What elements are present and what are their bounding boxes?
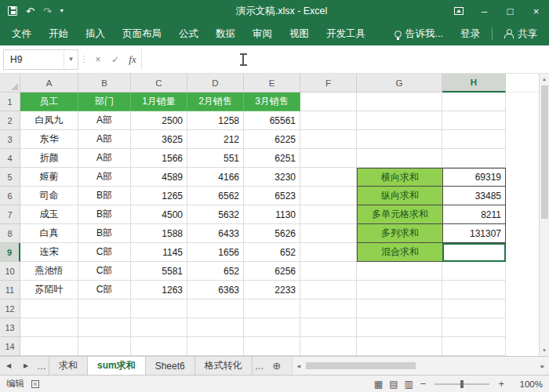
cell-C3[interactable]: 3625 <box>131 130 187 149</box>
ribbon-tab-9[interactable]: 开发工具 <box>318 22 374 45</box>
maximize-button[interactable]: □ <box>497 0 523 22</box>
cell-E12[interactable] <box>244 299 300 318</box>
cell-B7[interactable]: B部 <box>78 205 131 224</box>
sheet-tab-2[interactable]: sum求和 <box>88 357 146 375</box>
customize-qat-button[interactable]: ▾ <box>60 8 64 14</box>
sheet-more-left-button[interactable]: … <box>35 357 49 375</box>
ribbon-tab-7[interactable]: 审阅 <box>244 22 281 45</box>
cell-A9[interactable]: 连宋 <box>20 243 78 262</box>
horizontal-scrollbar[interactable]: ◀ ▶ <box>292 357 549 375</box>
formula-input[interactable] <box>141 49 549 70</box>
cell-H8[interactable]: 131307 <box>442 224 506 243</box>
cell-F2[interactable] <box>300 111 357 130</box>
cell-C7[interactable]: 4500 <box>131 205 187 224</box>
column-header-A[interactable]: A <box>20 74 78 93</box>
cell-H4[interactable] <box>442 149 506 168</box>
row-header-5[interactable]: 5 <box>0 168 20 187</box>
cell-C4[interactable]: 1566 <box>131 149 187 168</box>
row-header-3[interactable]: 3 <box>0 130 20 149</box>
row-header-2[interactable]: 2 <box>0 111 20 130</box>
cell-E10[interactable]: 6256 <box>244 262 300 281</box>
cell-F6[interactable] <box>300 187 357 205</box>
share-button[interactable]: 共享 <box>496 22 546 45</box>
row-header-7[interactable]: 7 <box>0 205 20 224</box>
ribbon-tab-2[interactable]: 开始 <box>40 22 77 45</box>
cell-A8[interactable]: 白真 <box>20 224 78 243</box>
row-header-4[interactable]: 4 <box>0 149 20 168</box>
macro-record-icon[interactable] <box>31 380 39 388</box>
cell-C2[interactable]: 2500 <box>131 111 187 130</box>
column-header-G[interactable]: G <box>357 74 442 93</box>
cell-H13[interactable] <box>442 318 506 337</box>
row-header-6[interactable]: 6 <box>0 187 20 205</box>
scroll-up-button[interactable]: ▲ <box>540 74 549 85</box>
select-all-corner[interactable] <box>0 74 20 93</box>
cell-B5[interactable]: A部 <box>78 168 131 187</box>
cell-F14[interactable] <box>300 337 357 356</box>
cell-D8[interactable]: 6433 <box>187 224 244 243</box>
row-header-12[interactable]: 12 <box>0 299 20 318</box>
normal-view-button[interactable]: ▦ <box>371 379 386 390</box>
scroll-left-button[interactable]: ◀ <box>293 363 305 368</box>
cell-A6[interactable]: 司命 <box>20 187 78 205</box>
cell-D5[interactable]: 4166 <box>187 168 244 187</box>
cell-A2[interactable]: 白凤九 <box>20 111 78 130</box>
cell-F7[interactable] <box>300 205 357 224</box>
cell-G4[interactable] <box>357 149 442 168</box>
cell-G11[interactable] <box>357 281 442 299</box>
row-header-9[interactable]: 9 <box>0 243 20 262</box>
cell-F9[interactable] <box>300 243 357 262</box>
cell-H10[interactable] <box>442 262 506 281</box>
undo-button[interactable]: ↶ <box>26 6 35 16</box>
cell-B6[interactable]: B部 <box>78 187 131 205</box>
cell-H6[interactable]: 33485 <box>442 187 506 205</box>
cell-G7[interactable]: 多单元格求和 <box>357 205 442 224</box>
cell-C13[interactable] <box>131 318 187 337</box>
cell-A10[interactable]: 燕池悟 <box>20 262 78 281</box>
cell-C14[interactable] <box>131 337 187 356</box>
zoom-out-button[interactable]: − <box>416 378 431 390</box>
insert-function-button[interactable]: fx <box>124 49 141 70</box>
sheet-nav-left-button[interactable]: ◀ <box>0 357 17 375</box>
cell-G2[interactable] <box>357 111 442 130</box>
cell-C1[interactable]: 1月销量 <box>131 93 187 111</box>
formula-bar-resize-handle[interactable]: ⋮ <box>78 54 89 64</box>
sheet-nav-right-button[interactable]: ▶ <box>17 357 35 375</box>
column-header-F[interactable]: F <box>300 74 357 93</box>
sheet-tab-1[interactable]: 求和 <box>49 357 88 375</box>
cell-B10[interactable]: C部 <box>78 262 131 281</box>
cell-H11[interactable] <box>442 281 506 299</box>
cell-G6[interactable]: 纵向求和 <box>357 187 442 205</box>
cell-H14[interactable] <box>442 337 506 356</box>
row-header-13[interactable]: 13 <box>0 318 20 337</box>
cell-B1[interactable]: 部门 <box>78 93 131 111</box>
cell-E14[interactable] <box>244 337 300 356</box>
minimize-button[interactable]: – <box>471 0 497 22</box>
cell-E9[interactable]: 652 <box>244 243 300 262</box>
vertical-scroll-thumb[interactable] <box>541 85 548 219</box>
horizontal-scroll-thumb[interactable] <box>306 362 416 369</box>
redo-button[interactable]: ↷ <box>43 6 52 16</box>
cell-E5[interactable]: 3230 <box>244 168 300 187</box>
column-header-B[interactable]: B <box>78 74 131 93</box>
ribbon-tab-8[interactable]: 视图 <box>281 22 318 45</box>
name-box-dropdown-icon[interactable]: ▼ <box>64 50 78 69</box>
cell-H1[interactable] <box>442 93 506 111</box>
cell-G9[interactable]: 混合求和 <box>357 243 442 262</box>
cell-D2[interactable]: 1258 <box>187 111 244 130</box>
cell-A4[interactable]: 折颜 <box>20 149 78 168</box>
cell-D10[interactable]: 652 <box>187 262 244 281</box>
cell-G14[interactable] <box>357 337 442 356</box>
row-header-10[interactable]: 10 <box>0 262 20 281</box>
cell-F11[interactable] <box>300 281 357 299</box>
cell-E1[interactable]: 3月销售 <box>244 93 300 111</box>
row-header-8[interactable]: 8 <box>0 224 20 243</box>
ribbon-display-options-button[interactable] <box>445 0 471 22</box>
cell-B12[interactable] <box>78 299 131 318</box>
column-header-E[interactable]: E <box>244 74 300 93</box>
page-break-view-button[interactable]: ▥ <box>401 379 416 390</box>
cell-B4[interactable]: A部 <box>78 149 131 168</box>
zoom-in-button[interactable]: + <box>494 378 508 390</box>
name-box[interactable]: H9 ▼ <box>3 49 78 70</box>
cell-G8[interactable]: 多列求和 <box>357 224 442 243</box>
